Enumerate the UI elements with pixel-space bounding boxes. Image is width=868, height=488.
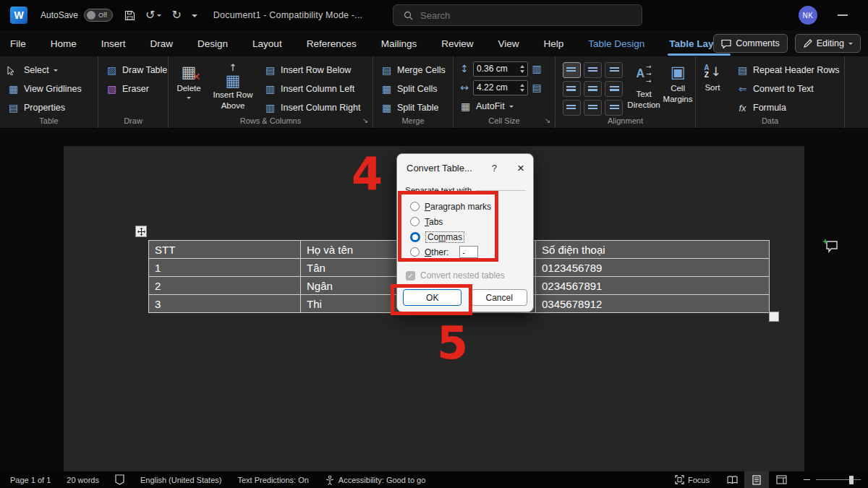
- table-cell[interactable]: 0123456789: [536, 259, 770, 277]
- tab-home[interactable]: Home: [51, 38, 77, 49]
- align-center-left-button[interactable]: [563, 81, 581, 97]
- eraser-button[interactable]: ▧ Eraser: [98, 80, 168, 98]
- view-gridlines-button[interactable]: ▦ View Gridlines: [0, 80, 98, 98]
- search-box[interactable]: [393, 4, 642, 26]
- editing-label: Editing: [817, 38, 844, 48]
- zoom-slider-thumb[interactable]: [849, 476, 854, 484]
- align-top-center-button[interactable]: [584, 62, 602, 78]
- column-width-spinner[interactable]: 4.22 cm: [473, 80, 528, 95]
- align-top-right-button[interactable]: [605, 62, 623, 78]
- tab-table-design[interactable]: Table Design: [588, 38, 644, 49]
- minimize-icon[interactable]: [838, 14, 848, 16]
- cancel-button[interactable]: Cancel: [471, 289, 527, 306]
- autofit-button[interactable]: ▦ AutoFit: [454, 97, 555, 116]
- editing-button[interactable]: Editing: [795, 34, 861, 53]
- text-direction-label-2: Direction: [627, 100, 660, 111]
- tab-mailings[interactable]: Mailings: [381, 38, 417, 49]
- tab-help[interactable]: Help: [544, 38, 564, 49]
- word-logo-icon[interactable]: W: [10, 7, 27, 24]
- tab-layout[interactable]: Layout: [252, 38, 282, 49]
- insert-row-above-button[interactable]: ↑▦ Insert Row Above: [209, 61, 257, 117]
- draw-table-button[interactable]: ▨ Draw Table: [98, 61, 168, 80]
- align-center-right-button[interactable]: [605, 81, 623, 97]
- split-cells-button[interactable]: ▦ Split Cells: [373, 80, 453, 98]
- width-increment-icon[interactable]: [520, 84, 524, 87]
- cell-margins-button[interactable]: ▣ Cell Margins: [660, 61, 695, 116]
- word-count[interactable]: 20 words: [67, 476, 99, 484]
- table-cell[interactable]: 3: [149, 295, 301, 313]
- merge-cells-button[interactable]: ▤ Merge Cells: [373, 61, 453, 80]
- convert-to-text-button[interactable]: ⇐ Convert to Text: [729, 80, 840, 98]
- table-cell[interactable]: 0345678912: [536, 295, 770, 313]
- align-bottom-left-button[interactable]: [563, 100, 581, 116]
- page-indicator[interactable]: Page 1 of 1: [10, 476, 51, 484]
- delete-button[interactable]: ▦✕ Delete: [169, 61, 209, 117]
- tab-design[interactable]: Design: [197, 38, 228, 49]
- properties-button[interactable]: ▤ Properties: [0, 98, 98, 117]
- language-indicator[interactable]: English (United States): [140, 476, 222, 484]
- row-height-spinner[interactable]: 0.36 cm: [473, 61, 528, 77]
- split-table-button[interactable]: ▦ Split Table: [373, 98, 453, 117]
- select-dropdown-icon: [54, 69, 58, 72]
- table-header-cell[interactable]: STT: [149, 241, 301, 259]
- distribute-rows-icon[interactable]: ▥: [532, 64, 542, 74]
- redo-icon[interactable]: ↻: [171, 9, 181, 21]
- dialog-help-button[interactable]: ?: [492, 163, 497, 174]
- tab-view[interactable]: View: [498, 38, 519, 49]
- align-bottom-right-button[interactable]: [605, 100, 623, 116]
- insert-column-left-button[interactable]: ▥ Insert Column Left: [257, 80, 360, 98]
- text-direction-button[interactable]: A →→→ Text Direction: [627, 61, 660, 116]
- comments-button[interactable]: Comments: [713, 34, 787, 53]
- row-height-value[interactable]: 0.36 cm: [477, 64, 508, 74]
- column-width-value[interactable]: 4.22 cm: [477, 82, 508, 93]
- row-height-icon: ↕: [459, 64, 469, 74]
- select-button[interactable]: Select: [0, 61, 98, 80]
- accessibility-status[interactable]: Accessibility: Good to go: [325, 475, 425, 485]
- sort-button[interactable]: AZ ↓ Sort: [696, 61, 729, 117]
- table-header-cell[interactable]: Số điện thoại: [536, 241, 770, 259]
- table-resize-handle[interactable]: [769, 312, 779, 322]
- web-layout-button[interactable]: [769, 471, 793, 488]
- align-center-button[interactable]: [584, 81, 602, 97]
- height-increment-icon[interactable]: [520, 65, 524, 68]
- tab-references[interactable]: References: [307, 38, 357, 49]
- alignment-grid: [556, 61, 623, 116]
- autofit-dropdown-icon: [509, 106, 514, 108]
- tab-draw[interactable]: Draw: [150, 38, 174, 49]
- customize-qat-icon[interactable]: [192, 14, 197, 17]
- table-move-handle[interactable]: [135, 226, 147, 237]
- undo-dropdown-icon[interactable]: [157, 14, 161, 17]
- autosave-toggle[interactable]: Off: [84, 9, 113, 22]
- tab-review[interactable]: Review: [441, 38, 473, 49]
- width-decrement-icon[interactable]: [520, 89, 524, 92]
- cell-size-dialog-launcher-icon[interactable]: ↘: [543, 116, 552, 125]
- zoom-slider[interactable]: [816, 479, 861, 481]
- formula-button[interactable]: fx Formula: [729, 98, 840, 117]
- rows-columns-dialog-launcher-icon[interactable]: ↘: [361, 116, 370, 125]
- undo-icon[interactable]: ↺: [145, 9, 161, 21]
- tab-file[interactable]: File: [10, 38, 26, 49]
- dialog-close-icon[interactable]: ×: [517, 162, 524, 174]
- search-input[interactable]: [420, 10, 608, 21]
- insert-row-below-button[interactable]: ▤ Insert Row Below: [257, 61, 360, 80]
- comment-bubble-icon: [721, 39, 731, 48]
- insert-column-right-button[interactable]: ▥ Insert Column Right: [257, 98, 360, 117]
- read-mode-button[interactable]: [720, 471, 744, 488]
- distribute-columns-icon[interactable]: ▤: [532, 82, 542, 93]
- table-cell[interactable]: 2: [149, 277, 301, 295]
- save-icon[interactable]: [124, 10, 135, 21]
- align-top-left-button[interactable]: [563, 62, 581, 78]
- text-predictions[interactable]: Text Predictions: On: [237, 476, 308, 484]
- align-bottom-center-button[interactable]: [584, 100, 602, 116]
- height-decrement-icon[interactable]: [520, 70, 524, 73]
- tab-insert[interactable]: Insert: [101, 38, 126, 49]
- add-comment-icon[interactable]: [823, 239, 839, 253]
- zoom-out-icon[interactable]: [804, 479, 810, 481]
- table-cell[interactable]: 0234567891: [536, 277, 770, 295]
- focus-button[interactable]: Focus: [675, 475, 710, 484]
- print-layout-button[interactable]: [744, 471, 769, 488]
- table-cell[interactable]: 1: [149, 259, 301, 277]
- proofing-icon[interactable]: [115, 474, 124, 485]
- avatar[interactable]: NK: [799, 6, 817, 25]
- repeat-header-rows-button[interactable]: ▤ Repeat Header Rows: [729, 61, 840, 80]
